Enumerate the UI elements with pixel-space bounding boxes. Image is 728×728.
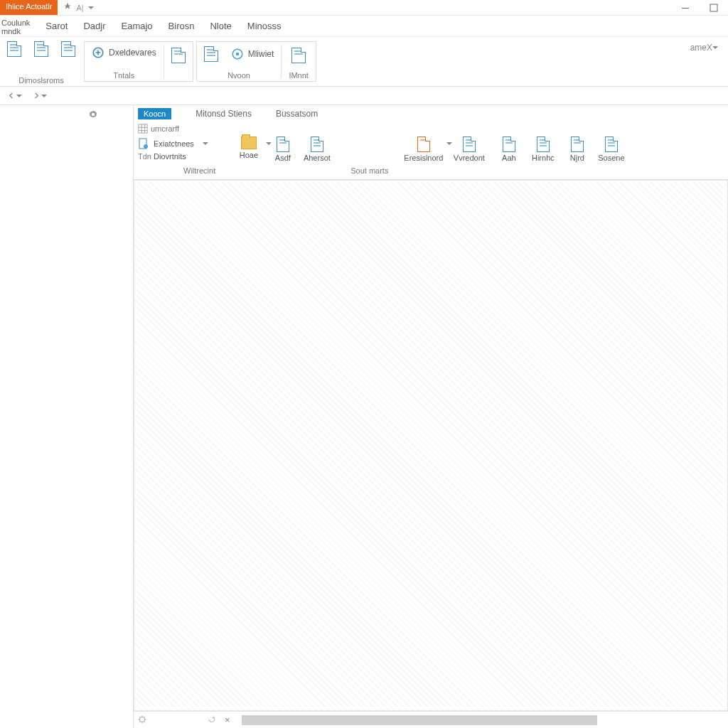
svg-rect-5 (139, 124, 147, 133)
ctx-diovrtnits[interactable]: Tdn Diovrtnits (138, 152, 208, 161)
ribbon: Dimoslsroms Dxeldevares Tntals Mliwi (0, 37, 728, 87)
menu-bar: Coulunk mndk Sarot Dadjr Eamajo Birosn N… (0, 16, 728, 37)
ribbon-group1-caption: Dimoslsroms (7, 75, 75, 85)
document-icon (571, 136, 584, 152)
document-canvas[interactable] (134, 180, 728, 711)
ribbon-btn-mliwiet[interactable]: Mliwiet (231, 48, 274, 60)
chevron-down-icon (203, 139, 208, 148)
ctx-aah[interactable]: Aah (493, 136, 525, 162)
ribbon-group2-caption: Tntals (92, 70, 156, 80)
grid-icon (138, 124, 148, 134)
context-tab-3[interactable]: Bussatsom (276, 109, 318, 119)
menu-tab-1[interactable]: Dadjr (83, 21, 105, 31)
window-minimize-button[interactable] (671, 0, 700, 15)
document-icon (503, 136, 515, 152)
sidepane-settings-icon[interactable] (89, 110, 97, 121)
document-icon (417, 136, 430, 152)
qat-pin-icon[interactable] (63, 2, 72, 13)
ctx-home[interactable]: Hoae (233, 136, 264, 159)
svg-rect-0 (682, 8, 689, 9)
menu-tab-3[interactable]: Birosn (168, 21, 195, 31)
document-icon (537, 136, 550, 152)
context-tab-2[interactable]: Mitonsd Stiens (196, 109, 252, 119)
qat-dropdown-icon[interactable] (88, 3, 94, 13)
brand-label: Coulunk mndk (1, 17, 30, 36)
ctx-njrd[interactable]: Njrd (562, 136, 593, 162)
status-close-button[interactable]: × (222, 714, 233, 725)
ctx-asd[interactable]: Asdf (267, 136, 299, 162)
menu-tab-5[interactable]: Minosss (247, 21, 282, 31)
side-pane (0, 105, 134, 728)
context-tab-active[interactable]: Koocn (138, 108, 171, 119)
reference-bar (0, 87, 728, 105)
document-icon (463, 136, 476, 152)
document-icon (605, 136, 618, 152)
ctx-sosene[interactable]: Sosene (596, 136, 627, 162)
app-badge: Ihlice Actoatlr (0, 0, 58, 15)
ribbon-icon-grid4[interactable] (204, 46, 218, 62)
ribbon-group3-caption: Nvoon (204, 70, 274, 80)
menu-tab-0[interactable]: Sarot (46, 21, 68, 31)
ribbon-group4-caption: IMnnt (289, 70, 309, 80)
ribbon-icon-grid2[interactable] (34, 41, 48, 57)
svg-point-7 (144, 144, 148, 149)
group-caption-left: Wiltrecint (183, 166, 215, 175)
status-refresh-icon[interactable] (208, 715, 216, 725)
menu-tab-4[interactable]: Nlote (210, 21, 231, 31)
menu-tab-2[interactable]: Eamajo (122, 21, 153, 31)
svg-point-4 (235, 53, 239, 56)
nav-next-button[interactable] (31, 90, 50, 102)
ribbon-btn-dxeldevares[interactable]: Dxeldevares (92, 46, 156, 59)
ctx-exiatctnees[interactable]: Exiatctnees (138, 138, 208, 149)
ribbon-icon-grid5[interactable] (289, 48, 309, 63)
document-icon (311, 136, 323, 152)
folder-icon (241, 136, 257, 149)
ribbon-icon-grid3[interactable] (61, 41, 75, 57)
group-caption-right: Sout marts (350, 166, 388, 175)
horizontal-scrollbar[interactable] (242, 715, 597, 725)
window-maximize-button[interactable] (700, 0, 728, 15)
td-label: Tdn (138, 152, 149, 161)
svg-rect-1 (710, 4, 717, 11)
ctx-ersisnort[interactable]: Eresisinord (402, 136, 445, 162)
ribbon-icon-table[interactable] (171, 48, 186, 63)
status-settings-icon[interactable] (138, 715, 146, 725)
chevron-down-icon (712, 43, 718, 53)
status-bar: × (134, 711, 728, 728)
nav-prev-button[interactable] (6, 90, 25, 102)
ctx-wredont[interactable]: Vvredont (448, 136, 491, 162)
qat-text-icon[interactable]: A| (76, 4, 83, 12)
document-icon (277, 136, 289, 152)
ribbon-right-dropdown[interactable]: ameX (690, 37, 728, 86)
ctx-aherset[interactable]: Ahersot (301, 136, 333, 162)
context-sub-label: umcrarff (151, 124, 179, 133)
ctx-hinch[interactable]: Hirnhc (528, 136, 559, 162)
ribbon-icon-grid1[interactable] (7, 41, 21, 57)
